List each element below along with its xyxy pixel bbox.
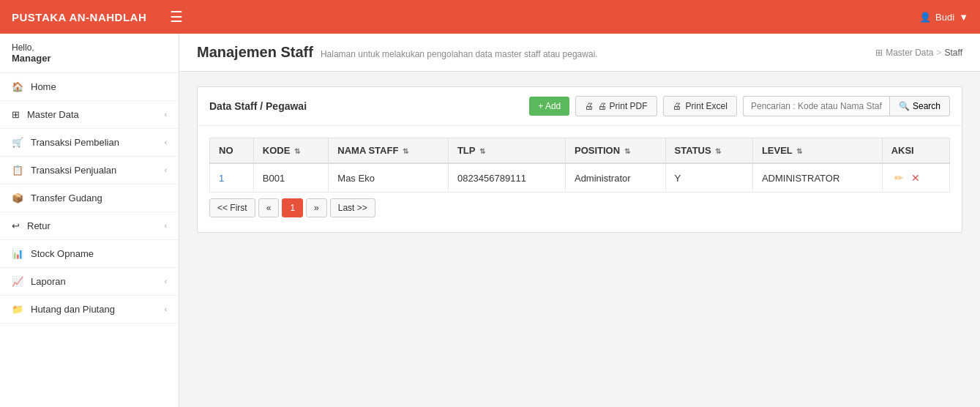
- app-brand: PUSTAKA AN-NAHDLAH: [12, 11, 146, 23]
- sidebar-item-label: Home: [31, 81, 56, 92]
- table-row: 1 B001 Mas Eko 0823456789111 Administrat…: [210, 163, 950, 193]
- user-chevron-icon: ▼: [959, 12, 968, 23]
- greeting-role: Manager: [12, 53, 167, 64]
- sidebar-item-master-data[interactable]: ⊞ Master Data ‹: [0, 101, 179, 129]
- col-no: NO: [210, 138, 254, 164]
- topnav: PUSTAKA AN-NAHDLAH ☰ 👤 Budi ▼: [0, 0, 980, 34]
- transaksi-pembelian-icon: 🛒: [12, 137, 23, 148]
- breadcrumb-icon: ⊞: [875, 48, 883, 58]
- greeting-hello: Hello,: [12, 42, 167, 53]
- cell-status: Y: [665, 163, 752, 193]
- sidebar-item-label: Transaksi Penjualan: [31, 165, 116, 176]
- user-menu[interactable]: 👤 Budi ▼: [919, 12, 968, 23]
- search-group: 🔍 Search: [743, 96, 950, 116]
- search-button[interactable]: 🔍 Search: [889, 96, 950, 116]
- col-tlp: TLP ⇅: [448, 138, 565, 164]
- content-area: Data Staff / Pegawai + Add 🖨 🖨 Print PDF…: [179, 72, 980, 247]
- sidebar-greeting: Hello, Manager: [0, 34, 179, 73]
- print-excel-icon: 🖨: [673, 101, 681, 111]
- page-header: Manajemen Staff Halaman untuk melakukan …: [179, 34, 980, 72]
- staff-table: NO KODE ⇅ NAMA STAFF ⇅ TLP ⇅ POSITION ⇅ …: [209, 138, 950, 193]
- col-position: POSITION ⇅: [565, 138, 665, 164]
- stock-opname-icon: 📊: [12, 248, 23, 259]
- breadcrumb: ⊞ Master Data > Staff: [875, 48, 962, 58]
- print-pdf-label: 🖨 Print PDF: [598, 101, 647, 111]
- laporan-icon: 📈: [12, 276, 23, 287]
- search-label: Search: [913, 101, 940, 111]
- chevron-icon: ‹: [165, 305, 167, 313]
- sidebar: Hello, Manager 🏠 Home ⊞ Master Data ‹ 🛒 …: [0, 34, 179, 407]
- cell-kode: B001: [253, 163, 328, 193]
- breadcrumb-parent: Master Data: [886, 48, 933, 58]
- cell-aksi: ✏ ✕: [882, 163, 949, 193]
- sort-position-icon[interactable]: ⇅: [624, 147, 630, 155]
- sidebar-item-stock-opname[interactable]: 📊 Stock Opname: [0, 240, 179, 268]
- current-page-button[interactable]: 1: [282, 198, 303, 217]
- next-page-button[interactable]: »: [306, 198, 327, 217]
- sidebar-item-transaksi-pembelian[interactable]: 🛒 Transaksi Pembelian ‹: [0, 129, 179, 157]
- transaksi-penjualan-icon: 📋: [12, 165, 23, 176]
- sidebar-item-hutang-piutang[interactable]: 📁 Hutang dan Piutang ‹: [0, 296, 179, 324]
- topnav-left: PUSTAKA AN-NAHDLAH ☰: [12, 8, 183, 26]
- print-excel-button[interactable]: 🖨 Print Excel: [663, 96, 737, 116]
- delete-button[interactable]: ✕: [908, 171, 923, 185]
- print-pdf-button[interactable]: 🖨 🖨 Print PDF: [575, 96, 657, 116]
- hamburger-icon[interactable]: ☰: [170, 8, 183, 26]
- print-pdf-icon: 🖨: [585, 101, 594, 111]
- page-title: Manajemen Staff: [197, 44, 313, 61]
- sidebar-item-label: Stock Opname: [31, 248, 94, 259]
- retur-icon: ↩: [12, 220, 20, 231]
- sort-nama-icon[interactable]: ⇅: [403, 147, 408, 155]
- sidebar-item-label: Hutang dan Piutang: [31, 304, 115, 315]
- cell-tlp: 0823456789111: [448, 163, 565, 193]
- add-button[interactable]: + Add: [529, 97, 569, 116]
- prev-page-button[interactable]: «: [258, 198, 280, 217]
- col-status: STATUS ⇅: [665, 138, 752, 164]
- user-name: Budi: [935, 12, 954, 23]
- sidebar-item-label: Laporan: [31, 276, 66, 287]
- chevron-icon: ‹: [165, 166, 167, 174]
- sort-kode-icon[interactable]: ⇅: [294, 147, 300, 155]
- home-icon: 🏠: [12, 81, 23, 92]
- card-title: Data Staff / Pegawai: [209, 100, 307, 112]
- edit-button[interactable]: ✏: [891, 171, 906, 185]
- col-aksi: AKSI: [882, 138, 949, 164]
- sidebar-item-laporan[interactable]: 📈 Laporan ‹: [0, 268, 179, 296]
- chevron-icon: ‹: [165, 111, 167, 119]
- cell-nama-staff: Mas Eko: [329, 163, 449, 193]
- sidebar-item-label: Transaksi Pembelian: [31, 137, 119, 148]
- hutang-piutang-icon: 📁: [12, 304, 23, 315]
- user-icon: 👤: [919, 12, 931, 23]
- search-icon: 🔍: [899, 101, 910, 111]
- pagination: << First « 1 » Last >>: [209, 193, 950, 220]
- print-excel-label: Print Excel: [686, 101, 727, 111]
- first-page-button[interactable]: << First: [209, 198, 255, 217]
- sidebar-item-transaksi-penjualan[interactable]: 📋 Transaksi Penjualan ‹: [0, 157, 179, 184]
- row-link[interactable]: 1: [219, 173, 224, 184]
- sidebar-item-label: Retur: [27, 220, 51, 231]
- cell-no: 1: [210, 163, 254, 193]
- sidebar-item-transfer-gudang[interactable]: 📦 Transfer Gudang: [0, 184, 179, 212]
- page-subtitle: Halaman untuk melakukan pengolahan data …: [321, 49, 598, 59]
- staff-card: Data Staff / Pegawai + Add 🖨 🖨 Print PDF…: [197, 86, 962, 233]
- last-page-button[interactable]: Last >>: [330, 198, 375, 217]
- sort-status-icon[interactable]: ⇅: [715, 147, 721, 155]
- sidebar-item-label: Transfer Gudang: [31, 193, 102, 204]
- main-content: Manajemen Staff Halaman untuk melakukan …: [179, 34, 980, 407]
- sort-level-icon[interactable]: ⇅: [796, 147, 802, 155]
- table-header-row: NO KODE ⇅ NAMA STAFF ⇅ TLP ⇅ POSITION ⇅ …: [210, 138, 950, 164]
- col-level: LEVEL ⇅: [752, 138, 882, 164]
- cell-level: ADMINISTRATOR: [752, 163, 882, 193]
- sort-tlp-icon[interactable]: ⇅: [479, 147, 485, 155]
- breadcrumb-current: Staff: [945, 48, 962, 58]
- sidebar-item-home[interactable]: 🏠 Home: [0, 73, 179, 101]
- chevron-icon: ‹: [165, 222, 167, 230]
- sidebar-item-retur[interactable]: ↩ Retur ‹: [0, 212, 179, 240]
- search-input[interactable]: [743, 96, 889, 116]
- col-nama-staff: NAMA STAFF ⇅: [329, 138, 449, 164]
- cell-position: Administrator: [565, 163, 665, 193]
- master-data-icon: ⊞: [12, 109, 20, 120]
- table-wrap: NO KODE ⇅ NAMA STAFF ⇅ TLP ⇅ POSITION ⇅ …: [198, 126, 962, 232]
- breadcrumb-sep: >: [937, 48, 942, 58]
- chevron-icon: ‹: [165, 277, 167, 285]
